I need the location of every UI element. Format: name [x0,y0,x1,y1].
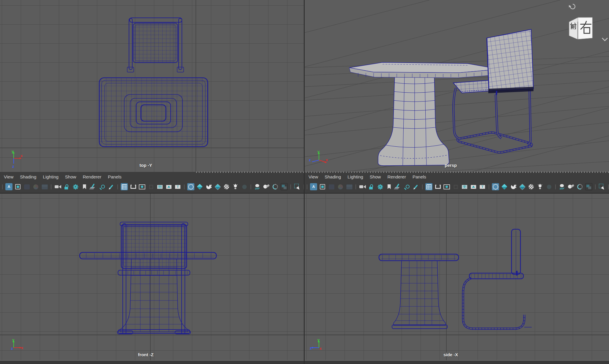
view-cube-right-face[interactable] [578,18,592,39]
view-cube-chevron-icon[interactable] [602,38,608,41]
pencil-icon[interactable] [108,183,115,190]
menu-view[interactable]: View [305,174,321,179]
viewport-top[interactable]: y x z top -Y [0,0,304,172]
wireframe-display-icon[interactable] [492,183,499,190]
svg-text:x: x [320,346,322,351]
checkered-material-icon[interactable] [223,183,230,190]
select-camera-icon[interactable] [54,183,61,190]
motion-blur-icon[interactable] [576,183,583,190]
letter-a-toggle-icon[interactable]: A [5,183,12,190]
viewport-label: persp [445,163,457,168]
letter-a-toggle-icon[interactable]: A [310,183,317,190]
panel-toolbar-right: AT [305,181,609,192]
layers-icon[interactable] [328,183,335,190]
default-light-icon[interactable] [241,183,248,190]
resolution-gate-icon[interactable] [139,183,146,190]
view-cube-home-icon[interactable] [569,4,575,9]
svg-text:y: y [317,338,320,342]
svg-text:x: x [21,153,23,158]
camera-attributes-icon[interactable] [72,183,79,190]
menu-panels[interactable]: Panels [105,174,125,179]
select-camera-icon[interactable] [359,183,366,190]
menu-lighting[interactable]: Lighting [344,174,366,179]
all-lights-icon[interactable] [536,183,544,190]
wireframe-display-icon[interactable] [187,183,194,190]
safe-action-icon[interactable] [165,183,172,190]
pan-zoom-icon[interactable] [403,183,410,190]
pan-zoom-icon[interactable] [99,183,106,190]
xray-mode-icon[interactable] [281,183,288,190]
viewport-label: top -Y [139,163,152,168]
gate-mask-icon[interactable] [452,183,459,190]
lock-camera-icon[interactable] [368,183,375,190]
select-tool-icon[interactable] [294,183,301,190]
grease-pencil-icon[interactable] [394,183,402,190]
menu-renderer[interactable]: Renderer [384,174,409,179]
image-plane-icon[interactable] [346,183,353,190]
svg-text:z: z [310,346,312,350]
shadows-icon[interactable] [254,183,261,190]
textured-display-icon[interactable] [519,183,526,190]
pencil-icon[interactable] [412,183,419,190]
camera-attributes-icon[interactable] [377,183,384,190]
frame-brackets-icon[interactable] [319,183,326,190]
grid-toggle-icon[interactable] [425,183,432,190]
color-wheel-icon[interactable] [337,183,344,190]
gate-mask-icon[interactable] [147,183,155,190]
checkered-material-icon[interactable] [528,183,535,190]
pane-drag-handle[interactable] [196,172,609,173]
panel-divider[interactable] [304,0,305,364]
viewport-persp[interactable]: y x z persp [305,0,609,172]
viewport-front[interactable]: y x z front -Z [0,193,304,360]
occlusion-icon[interactable] [567,183,575,190]
shadows-icon[interactable] [558,183,566,190]
menu-renderer[interactable]: Renderer [79,174,105,179]
film-gate-icon[interactable] [130,183,137,190]
xray-mode-icon[interactable] [585,183,592,190]
field-chart-icon[interactable] [156,183,163,190]
menu-panels[interactable]: Panels [409,174,429,179]
safe-title-icon[interactable]: T [479,183,486,190]
occlusion-icon[interactable] [263,183,270,190]
image-plane-icon[interactable] [41,183,48,190]
grease-pencil-icon[interactable] [90,183,97,190]
view-cube-front-face[interactable] [569,18,577,39]
motion-blur-icon[interactable] [272,183,279,190]
smooth-shade-icon[interactable] [501,183,508,190]
axis-triad: y z x [308,338,330,357]
use-default-material-icon[interactable] [205,183,212,190]
axis-triad: y x z [4,338,25,357]
menu-shading[interactable]: Shading [17,174,40,179]
color-wheel-icon[interactable] [32,183,39,190]
panel-menubar-right: ViewShadingLightingShowRendererPanels [305,172,609,181]
layers-icon[interactable] [23,183,30,190]
frame-brackets-icon[interactable] [14,183,21,190]
toolbar-separator [117,184,118,189]
resolution-gate-icon[interactable] [443,183,450,190]
view-cube[interactable] [564,0,609,45]
smooth-shade-icon[interactable] [196,183,203,190]
svg-text:y: y [12,338,15,342]
bookmark-icon[interactable] [81,183,88,190]
field-chart-icon[interactable] [461,183,468,190]
menu-show[interactable]: Show [366,174,384,179]
menu-show[interactable]: Show [62,174,80,179]
safe-action-icon[interactable] [470,183,477,190]
bookmark-icon[interactable] [385,183,393,190]
default-light-icon[interactable] [545,183,553,190]
menu-view[interactable]: View [1,174,17,179]
all-lights-icon[interactable] [232,183,239,190]
toolbar-separator [51,184,51,189]
menu-lighting[interactable]: Lighting [40,174,62,179]
use-default-material-icon[interactable] [510,183,517,190]
viewport-side[interactable]: y z x side -X [305,193,609,360]
lock-camera-icon[interactable] [63,183,70,190]
viewport-label: front -Z [138,352,153,357]
toolbar-separator [422,184,423,189]
select-tool-icon[interactable] [598,183,605,190]
safe-title-icon[interactable]: T [174,183,181,190]
film-gate-icon[interactable] [434,183,441,190]
textured-display-icon[interactable] [214,183,221,190]
menu-shading[interactable]: Shading [321,174,344,179]
grid-toggle-icon[interactable] [121,183,128,190]
